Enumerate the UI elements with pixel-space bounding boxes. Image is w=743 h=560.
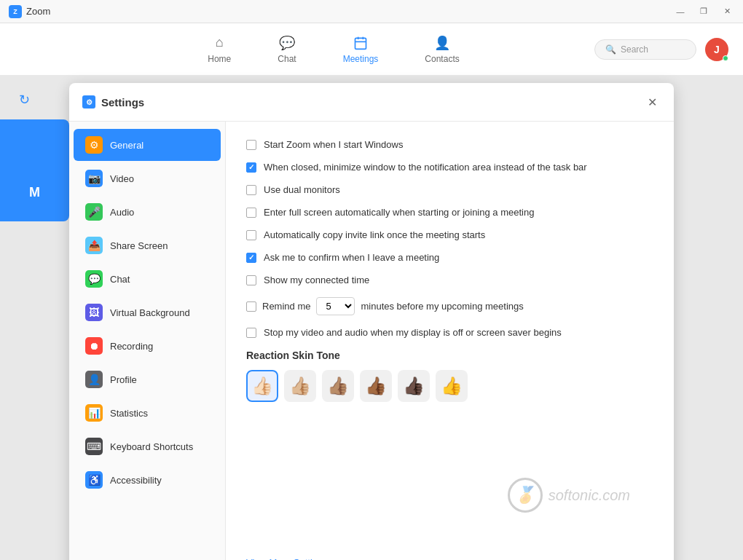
- dialog-body: ⚙ General 📷 Video 🎤 Audio 📤 Share Screen…: [69, 122, 674, 560]
- skin-tone-5[interactable]: 👍🏿: [398, 370, 430, 402]
- label-minimize: When closed, minimize window to the noti…: [264, 162, 653, 173]
- sidebar-item-accessibility[interactable]: ♿ Accessibility: [74, 464, 221, 496]
- skin-tone-default[interactable]: 👍: [436, 370, 468, 402]
- view-more-label: View More Settings: [246, 557, 328, 560]
- nav-home[interactable]: ⌂ Home: [199, 29, 240, 70]
- label-fullscreen: Enter full screen automatically when sta…: [264, 207, 653, 218]
- restore-button[interactable]: ❐: [693, 4, 714, 19]
- sidebar-item-audio[interactable]: 🎤 Audio: [74, 196, 221, 228]
- setting-connected-time: Show my connected time: [246, 275, 653, 285]
- nav-contacts[interactable]: 👤 Contacts: [416, 29, 468, 70]
- nav-meetings[interactable]: Meetings: [334, 29, 388, 70]
- checkbox-fullscreen[interactable]: [246, 208, 256, 218]
- checkbox-stop-video[interactable]: [246, 328, 256, 338]
- setting-confirm-leave: Ask me to confirm when I leave a meeting: [246, 252, 653, 263]
- dialog-close-button[interactable]: ✕: [643, 93, 661, 111]
- sidebar-item-share-screen[interactable]: 📤 Share Screen: [74, 229, 221, 261]
- sidebar-profile-label: Profile: [110, 374, 137, 385]
- sidebar-item-general[interactable]: ⚙ General: [74, 129, 221, 161]
- skin-tone-3[interactable]: 👍🏽: [322, 370, 354, 402]
- avatar[interactable]: J: [705, 38, 728, 61]
- reaction-title: Reaction Skin Tone: [246, 350, 653, 361]
- settings-content: Start Zoom when I start Windows When clo…: [226, 122, 674, 560]
- contacts-icon: 👤: [434, 35, 450, 51]
- checkbox-copy-invite[interactable]: [246, 230, 256, 240]
- setting-start-zoom: Start Zoom when I start Windows: [246, 139, 653, 150]
- app-logo: Z Zoom: [9, 5, 50, 18]
- sidebar-chat-label: Chat: [110, 274, 130, 285]
- search-placeholder: Search: [621, 44, 648, 55]
- label-stop-video: Stop my video and audio when my display …: [264, 327, 653, 338]
- settings-dialog: ⚙ Settings ✕ ⚙ General 📷 Video 🎤 Audio: [69, 83, 674, 560]
- watermark-text: softonic.com: [549, 487, 630, 504]
- sidebar-item-profile[interactable]: 👤 Profile: [74, 363, 221, 395]
- checkbox-dual-monitors[interactable]: [246, 185, 256, 195]
- reaction-skin-tone-section: Reaction Skin Tone 👍🏻 👍🏼 👍🏽 👍🏾 👍🏿 👍: [246, 350, 653, 402]
- search-bar[interactable]: 🔍 Search: [594, 39, 696, 60]
- skin-tone-1[interactable]: 👍🏻: [246, 370, 278, 402]
- refresh-icon[interactable]: ↻: [15, 90, 34, 109]
- sidebar-general-label: General: [110, 140, 144, 151]
- setting-copy-invite: Automatically copy invite link once the …: [246, 229, 653, 240]
- profile-icon: 👤: [85, 371, 103, 388]
- external-link-icon: ↗: [331, 557, 339, 560]
- accessibility-icon: ♿: [85, 471, 103, 489]
- nav-chat-label: Chat: [278, 54, 296, 64]
- share-screen-icon: 📤: [85, 237, 103, 254]
- recording-icon: ⏺: [85, 337, 103, 355]
- video-icon: 📷: [85, 170, 103, 187]
- nav-meetings-label: Meetings: [343, 54, 379, 64]
- app-title: Zoom: [26, 6, 50, 17]
- zoom-logo-icon: Z: [9, 5, 22, 18]
- avatar-initials: J: [714, 44, 720, 55]
- keyboard-icon: ⌨: [85, 438, 103, 455]
- nav-contacts-label: Contacts: [425, 54, 459, 64]
- checkbox-start-zoom[interactable]: [246, 140, 256, 150]
- blue-panel: M: [0, 119, 69, 221]
- sidebar-keyboard-label: Keyboard Shortcuts: [110, 441, 193, 452]
- setting-remind: Remind me 5 10 15 minutes before my upco…: [246, 297, 653, 315]
- statistics-icon: 📊: [85, 404, 103, 422]
- sidebar-item-video[interactable]: 📷 Video: [74, 162, 221, 194]
- search-icon: 🔍: [605, 44, 616, 55]
- close-button[interactable]: ✕: [717, 4, 737, 19]
- skin-tone-2[interactable]: 👍🏼: [284, 370, 316, 402]
- label-dual-monitors: Use dual monitors: [264, 184, 653, 195]
- sidebar-item-keyboard-shortcuts[interactable]: ⌨ Keyboard Shortcuts: [74, 430, 221, 462]
- sidebar-recording-label: Recording: [110, 341, 153, 352]
- checkbox-remind[interactable]: [246, 301, 256, 312]
- nav-chat[interactable]: 💬 Chat: [269, 29, 304, 70]
- label-connected-time: Show my connected time: [264, 275, 653, 285]
- general-icon: ⚙: [85, 136, 103, 154]
- checkbox-connected-time[interactable]: [246, 275, 256, 285]
- dialog-title: ⚙ Settings: [82, 95, 144, 109]
- settings-sidebar: ⚙ General 📷 Video 🎤 Audio 📤 Share Screen…: [69, 122, 226, 560]
- audio-icon: 🎤: [85, 203, 103, 221]
- remind-suffix: minutes before my upcoming meetings: [361, 301, 523, 312]
- checkbox-confirm-leave[interactable]: [246, 253, 256, 263]
- sidebar-item-recording[interactable]: ⏺ Recording: [74, 330, 221, 362]
- skin-tone-4[interactable]: 👍🏾: [360, 370, 392, 402]
- sidebar-audio-label: Audio: [110, 207, 134, 218]
- label-confirm-leave: Ask me to confirm when I leave a meeting: [264, 252, 653, 263]
- view-more-settings-link[interactable]: View More Settings ↗: [246, 557, 339, 560]
- setting-stop-video: Stop my video and audio when my display …: [246, 327, 653, 338]
- sidebar-item-chat[interactable]: 💬 Chat: [74, 263, 221, 295]
- sidebar-item-virtual-background[interactable]: 🖼 Virtual Background: [74, 296, 221, 328]
- label-copy-invite: Automatically copy invite link once the …: [264, 229, 653, 240]
- setting-dual-monitors: Use dual monitors: [246, 184, 653, 195]
- setting-minimize: When closed, minimize window to the noti…: [246, 162, 653, 173]
- watermark: 🏅 softonic.com: [508, 478, 630, 513]
- sidebar-video-label: Video: [110, 173, 134, 184]
- remind-minutes-select[interactable]: 5 10 15: [316, 297, 355, 315]
- minimize-button[interactable]: —: [670, 4, 691, 19]
- home-icon: ⌂: [211, 35, 227, 51]
- titlebar: Z Zoom — ❐ ✕: [0, 0, 743, 23]
- dialog-header: ⚙ Settings ✕: [69, 83, 674, 122]
- toolbar-right: 🔍 Search J: [594, 38, 728, 61]
- remind-label: Remind me: [262, 301, 310, 312]
- checkbox-minimize[interactable]: [246, 162, 256, 173]
- window-controls: — ❐ ✕: [670, 4, 737, 19]
- sidebar-item-statistics[interactable]: 📊 Statistics: [74, 397, 221, 429]
- settings-title-icon: ⚙: [82, 95, 95, 109]
